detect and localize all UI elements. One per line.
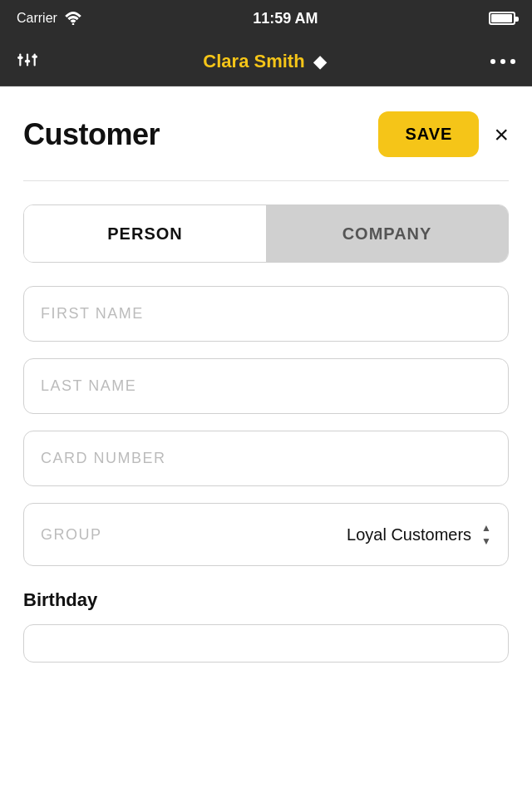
expand-icon[interactable]: ◆ (313, 52, 326, 71)
header-divider (23, 180, 509, 181)
header-actions: SAVE × (378, 111, 509, 157)
dot-1 (490, 59, 495, 64)
carrier-label: Carrier (17, 11, 57, 26)
status-bar-time: 11:59 AM (253, 10, 318, 27)
sliders-icon[interactable] (17, 49, 38, 74)
last-name-input[interactable] (41, 377, 491, 395)
dot-3 (510, 59, 515, 64)
card-number-field[interactable] (23, 431, 509, 486)
close-button[interactable]: × (494, 122, 509, 147)
svg-rect-6 (32, 55, 37, 57)
svg-rect-5 (25, 60, 31, 62)
dot-2 (500, 59, 505, 64)
toggle-person[interactable]: PERSON (24, 205, 266, 262)
status-bar: Carrier 11:59 AM (0, 0, 532, 37)
toggle-company[interactable]: COMPANY (266, 205, 508, 262)
battery-icon (489, 12, 515, 25)
dots-menu[interactable] (490, 59, 515, 64)
status-bar-left: Carrier (17, 11, 82, 26)
group-value-container[interactable]: Loyal Customers (347, 522, 491, 547)
svg-rect-1 (19, 53, 21, 66)
group-label: GROUP (41, 526, 102, 544)
group-value: Loyal Customers (347, 525, 471, 544)
birthday-title: Birthday (23, 589, 509, 611)
toolbar-left[interactable] (17, 49, 38, 74)
first-name-input[interactable] (41, 305, 491, 323)
header-row: Customer SAVE × (23, 111, 509, 157)
updown-icon[interactable] (481, 522, 491, 547)
user-name: Clara Smith (203, 51, 304, 72)
status-bar-right (489, 12, 515, 25)
toolbar: Clara Smith ◆ (0, 37, 532, 86)
wifi-icon (64, 12, 82, 25)
toolbar-center: Clara Smith ◆ (203, 51, 325, 72)
svg-rect-4 (17, 56, 23, 58)
birthday-section: Birthday (23, 589, 509, 663)
page-title: Customer (23, 117, 160, 152)
type-toggle[interactable]: PERSON COMPANY (23, 204, 509, 263)
svg-point-0 (72, 23, 75, 25)
group-field[interactable]: GROUP Loyal Customers (23, 503, 509, 566)
birthday-input-row[interactable] (23, 624, 509, 663)
first-name-field[interactable] (23, 286, 509, 342)
save-button[interactable]: SAVE (378, 111, 479, 157)
card-number-input[interactable] (41, 450, 491, 467)
last-name-field[interactable] (23, 358, 509, 414)
main-content: Customer SAVE × PERSON COMPANY GROUP Loy… (0, 86, 532, 712)
toolbar-right (490, 59, 515, 64)
